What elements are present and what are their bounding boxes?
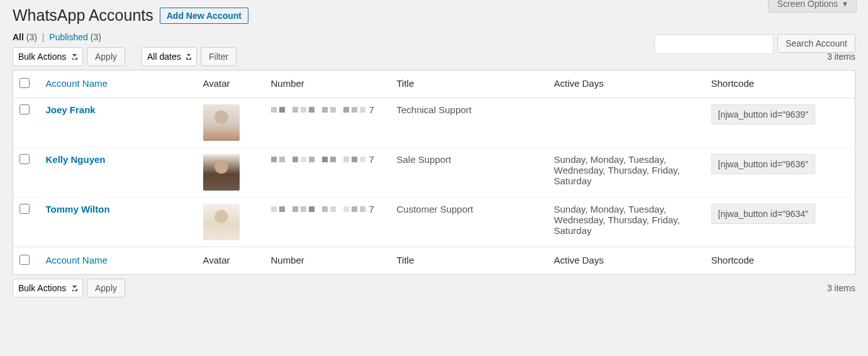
filter-published-count: (3) [91,32,101,42]
accounts-table: Account Name Avatar Number Title Active … [13,70,855,275]
active-days: Sunday, Monday, Tuesday, Wednesday, Thur… [548,148,705,197]
account-name-link[interactable]: Tommy Wilton [46,204,110,214]
bulk-actions-select-top[interactable]: Bulk Actions [13,47,83,66]
search-box: Search Account [654,34,855,54]
table-row: Joey Frank7Technical Support[njwa_button… [13,98,855,148]
account-title: Customer Support [391,197,548,247]
bulk-apply-button-top[interactable]: Apply [87,47,125,66]
phone-number-obscured: 7 [271,104,384,115]
bulk-actions-select-bottom[interactable]: Bulk Actions [13,279,83,298]
filter-all-count: (3) [26,32,37,42]
page-title: WhatsApp Accounts [13,6,153,25]
column-title-header: Title [391,70,548,98]
column-account-name-footer[interactable]: Account Name [46,255,108,265]
filter-all-label: All [13,32,24,42]
account-name-link[interactable]: Kelly Nguyen [46,154,106,165]
active-days: Sunday, Monday, Tuesday, Wednesday, Thur… [548,197,705,247]
chevron-down-icon: ▼ [842,0,849,8]
phone-number-visible-digit: 7 [369,204,374,214]
column-account-name-header[interactable]: Account Name [46,78,108,89]
column-active-days-header: Active Days [548,70,705,98]
column-title-footer: Title [391,247,548,275]
filter-published-link[interactable]: Published [49,32,88,42]
search-account-button[interactable]: Search Account [777,34,855,53]
avatar [203,204,240,240]
shortcode-box[interactable]: [njwa_button id="9639" [711,104,815,125]
screen-options-button[interactable]: Screen Options ▼ [768,0,857,13]
filter-separator: | [42,32,45,42]
table-row: Tommy Wilton7Customer SupportSunday, Mon… [13,197,855,247]
filter-all-link[interactable]: All [13,32,26,42]
account-title: Sale Support [391,148,548,197]
account-title: Technical Support [391,98,548,148]
column-number-header: Number [265,70,391,98]
phone-number-visible-digit: 7 [369,154,374,165]
items-count-bottom: 3 items [827,283,855,293]
column-number-footer: Number [265,247,391,275]
column-shortcode-header: Shortcode [705,70,855,98]
shortcode-box[interactable]: [njwa_button id="9634" [711,204,815,224]
search-input[interactable] [654,34,774,54]
row-checkbox[interactable] [19,104,30,114]
avatar [203,104,240,141]
date-filter-select[interactable]: All dates [142,47,197,66]
phone-number-visible-digit: 7 [369,104,374,115]
column-avatar-footer: Avatar [197,247,265,275]
avatar [203,154,240,191]
column-avatar-header: Avatar [197,70,265,98]
bulk-apply-button-bottom[interactable]: Apply [87,279,125,298]
select-all-top-checkbox[interactable] [19,78,30,88]
phone-number-obscured: 7 [271,204,384,214]
row-checkbox[interactable] [19,204,30,214]
shortcode-box[interactable]: [njwa_button id="9636" [711,154,815,174]
select-all-bottom-checkbox[interactable] [19,255,30,265]
screen-options-label: Screen Options [777,0,838,9]
table-row: Kelly Nguyen7Sale SupportSunday, Monday,… [13,148,855,197]
row-checkbox[interactable] [19,154,30,164]
phone-number-obscured: 7 [271,154,384,165]
column-shortcode-footer: Shortcode [705,247,855,275]
filter-button[interactable]: Filter [201,47,236,66]
column-active-days-footer: Active Days [548,247,705,275]
account-name-link[interactable]: Joey Frank [46,104,96,115]
active-days [548,98,705,148]
add-new-account-button[interactable]: Add New Account [160,8,248,24]
